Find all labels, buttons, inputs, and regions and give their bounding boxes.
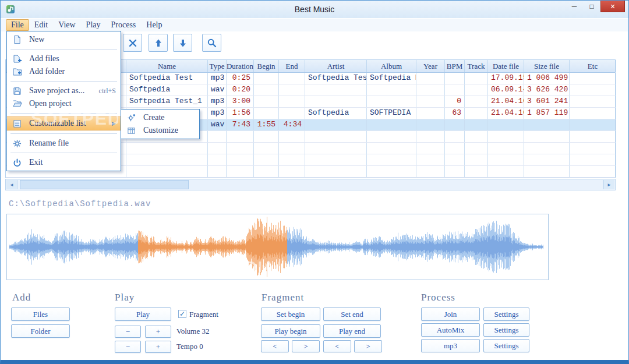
volume-up-button[interactable]: + xyxy=(145,326,171,338)
table-cell xyxy=(227,143,254,154)
column-header-size-file[interactable]: Size file xyxy=(524,60,570,72)
menu-item-label: Add files xyxy=(29,54,59,63)
table-horizontal-scrollbar[interactable]: ◄ ► xyxy=(5,179,616,190)
table-cell xyxy=(279,84,305,96)
add-folder-button[interactable]: Folder xyxy=(11,324,70,338)
table-cell xyxy=(305,143,367,154)
menu-item-add-files[interactable]: Add files xyxy=(7,52,121,65)
table-cell xyxy=(488,154,524,165)
menu-item-label: Open project xyxy=(29,99,72,108)
column-header-bpm[interactable]: BPM xyxy=(445,60,465,72)
menu-item-customizable-list[interactable]: Customizable list ▶ xyxy=(7,116,121,130)
move-up-button[interactable] xyxy=(149,34,168,52)
column-header-duration[interactable]: Duration xyxy=(227,60,254,72)
column-header-track[interactable]: Track xyxy=(465,60,488,72)
submenu-item-customize[interactable]: Customize xyxy=(121,124,199,137)
waveform-canvas[interactable] xyxy=(7,214,548,280)
table-cell xyxy=(524,154,570,165)
search-button[interactable] xyxy=(202,34,221,52)
end-back-button[interactable]: < xyxy=(323,340,351,352)
table-cell: 0 xyxy=(445,96,465,107)
table-cell xyxy=(524,119,570,130)
table-cell: 06.09.14 xyxy=(488,84,524,96)
menu-item-exit[interactable]: Exit xyxy=(7,156,121,169)
scrollbar-thumb[interactable] xyxy=(20,180,189,189)
begin-forward-button[interactable]: > xyxy=(292,340,320,352)
remove-button[interactable] xyxy=(123,34,142,52)
column-header-date-file[interactable]: Date file xyxy=(488,60,524,72)
table-cell xyxy=(279,143,305,154)
maximize-button[interactable]: □ xyxy=(583,1,600,12)
column-header-begin[interactable]: Begin xyxy=(254,60,279,72)
table-cell xyxy=(126,154,208,165)
open-folder-icon xyxy=(13,99,23,108)
add-files-button[interactable]: Files xyxy=(11,308,70,321)
menu-view[interactable]: View xyxy=(53,19,80,31)
table-cell xyxy=(254,143,279,154)
join-button[interactable]: Join xyxy=(421,308,480,321)
section-title-add: Add xyxy=(12,292,31,303)
menu-file[interactable]: File xyxy=(6,19,29,31)
table-cell: 0:20 xyxy=(227,84,254,96)
menu-item-add-folder[interactable]: Add folder xyxy=(7,65,121,78)
column-header-type[interactable]: Type xyxy=(208,60,227,72)
customize-icon xyxy=(127,126,137,135)
mp3-button[interactable]: mp3 xyxy=(421,339,480,352)
menu-edit[interactable]: Edit xyxy=(29,19,53,31)
column-header-end[interactable]: End xyxy=(279,60,305,72)
table-cell xyxy=(570,119,616,130)
table-cell xyxy=(465,84,488,96)
menu-item-label: New xyxy=(29,35,44,44)
set-begin-button[interactable]: Set begin xyxy=(261,308,320,321)
menu-item-label: Exit xyxy=(29,158,43,167)
menu-item-open-project[interactable]: Open project xyxy=(7,97,121,110)
set-end-button[interactable]: Set end xyxy=(323,308,381,321)
table-cell xyxy=(524,166,570,177)
table-cell xyxy=(305,84,367,96)
gear-icon xyxy=(13,139,23,148)
move-down-button[interactable] xyxy=(173,34,192,52)
menu-item-rename-file[interactable]: Rename file xyxy=(7,137,121,150)
mp3-settings-button[interactable]: Settings xyxy=(483,339,529,352)
menu-item-new[interactable]: New xyxy=(7,33,121,46)
column-header-etc[interactable]: Etc xyxy=(570,60,616,72)
minimize-button[interactable]: ─ xyxy=(566,1,583,12)
play-begin-button[interactable]: Play begin xyxy=(261,324,320,338)
menu-play[interactable]: Play xyxy=(81,19,106,31)
tempo-up-button[interactable]: + xyxy=(145,341,171,353)
tempo-down-button[interactable]: − xyxy=(115,341,141,353)
column-header-album[interactable]: Album xyxy=(367,60,416,72)
end-forward-button[interactable]: > xyxy=(354,340,382,352)
table-cell xyxy=(208,166,227,177)
section-title-play: Play xyxy=(115,292,135,303)
column-header-year[interactable]: Year xyxy=(416,60,445,72)
column-header-artist[interactable]: Artist xyxy=(305,60,367,72)
automix-button[interactable]: AutoMix xyxy=(421,323,480,337)
play-end-button[interactable]: Play end xyxy=(323,324,381,338)
join-settings-button[interactable]: Settings xyxy=(483,308,529,321)
submenu-item-create[interactable]: Create xyxy=(121,111,199,124)
play-button[interactable]: Play xyxy=(115,308,171,321)
menu-process[interactable]: Process xyxy=(106,19,142,31)
table-cell xyxy=(416,154,445,165)
table-cell xyxy=(465,73,488,84)
table-cell xyxy=(367,154,416,165)
table-cell xyxy=(367,166,416,177)
menu-item-save-project-as[interactable]: Save project as... ctrl+S xyxy=(7,84,121,97)
table-cell xyxy=(208,131,227,142)
close-button[interactable]: × xyxy=(600,1,625,12)
scroll-right-icon[interactable]: ► xyxy=(603,180,614,189)
automix-settings-button[interactable]: Settings xyxy=(483,323,529,337)
scroll-left-icon[interactable]: ◄ xyxy=(6,180,17,189)
new-file-icon xyxy=(13,35,23,44)
begin-back-button[interactable]: < xyxy=(261,340,289,352)
volume-down-button[interactable]: − xyxy=(115,326,141,338)
table-cell xyxy=(488,119,524,130)
fragment-checkbox[interactable]: ✓ xyxy=(178,310,186,318)
column-header-name[interactable]: Name xyxy=(126,60,208,72)
table-cell xyxy=(208,154,227,165)
table-cell xyxy=(416,131,445,142)
list-icon xyxy=(13,119,23,128)
table-cell xyxy=(367,131,416,142)
menu-help[interactable]: Help xyxy=(141,19,167,31)
